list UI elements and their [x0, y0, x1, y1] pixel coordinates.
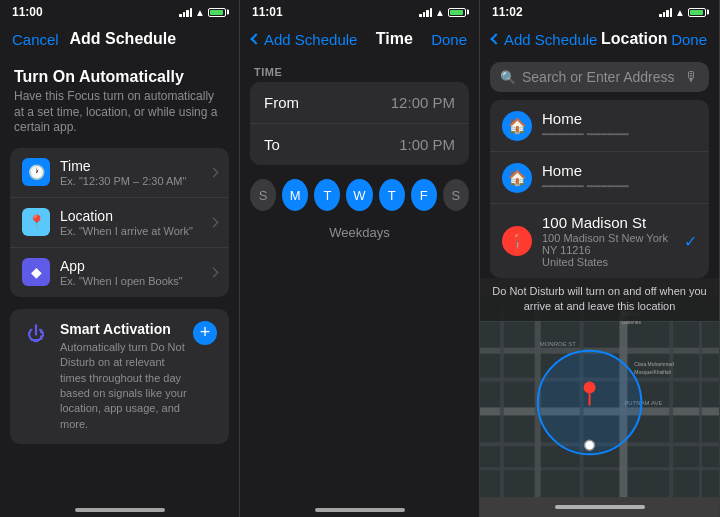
time-to-row[interactable]: To 1:00 PM	[250, 124, 469, 165]
schedule-type-list: 🕐 Time Ex. "12:30 PM – 2:30 AM" 📍 Locati…	[10, 148, 229, 297]
svg-text:Clara Muhammad: Clara Muhammad	[634, 362, 674, 367]
done-button-2[interactable]: Done	[431, 31, 467, 48]
auto-subtitle: Have this Focus turn on automatically at…	[14, 89, 225, 136]
time-from-row[interactable]: From 12:00 PM	[250, 82, 469, 124]
panel-time: 11:01 ▲ Add Schedule Time Done TIME	[240, 0, 480, 517]
smart-activation-card: ⏻ Smart Activation Automatically turn Do…	[10, 309, 229, 444]
done-button-3[interactable]: Done	[671, 31, 707, 48]
location-item-madison[interactable]: 📍 100 Madison St 100 Madison St New York…	[490, 204, 709, 278]
from-value: 12:00 PM	[391, 94, 455, 111]
svg-rect-12	[699, 298, 702, 497]
menu-item-app[interactable]: ◆ App Ex. "When I open Books"	[10, 248, 229, 297]
days-selector: S M T W T F S	[240, 165, 479, 225]
location-item-home-2[interactable]: 🏠 Home ━━━━━━ ━━━━━━	[490, 152, 709, 204]
chevron-right-icon	[209, 167, 219, 177]
wifi-icon-1: ▲	[195, 7, 205, 18]
to-value: 1:00 PM	[399, 136, 455, 153]
cancel-button[interactable]: Cancel	[12, 31, 59, 48]
search-input[interactable]: Search or Enter Address	[522, 69, 679, 85]
location-addr-1: ━━━━━━ ━━━━━━	[542, 128, 697, 141]
day-friday[interactable]: F	[411, 179, 437, 211]
chevron-left-icon-3	[490, 33, 501, 44]
search-icon: 🔍	[500, 70, 516, 85]
signal-icon-1	[179, 7, 192, 17]
app-menu-icon: ◆	[22, 258, 50, 286]
location-name-3: 100 Madison St	[542, 214, 684, 231]
battery-icon-3	[688, 8, 707, 17]
panel-add-schedule: 11:00 ▲ Cancel Add Schedule Turn On Auto…	[0, 0, 240, 517]
time-section-label: TIME	[240, 58, 479, 82]
chevron-right-icon-2	[209, 217, 219, 227]
nav-title-1: Add Schedule	[70, 30, 177, 48]
time-menu-sub: Ex. "12:30 PM – 2:30 AM"	[60, 175, 210, 187]
svg-rect-7	[500, 298, 504, 497]
svg-point-20	[584, 382, 596, 394]
panel-location: 11:02 ▲ Add Schedule Location Done �	[480, 0, 720, 517]
location-menu-label: Location	[60, 208, 210, 224]
location-menu-sub: Ex. "When I arrive at Work"	[60, 225, 210, 237]
back-button-3[interactable]: Add Schedule	[492, 31, 597, 48]
location-addr-3: 100 Madison St New York NY 11216United S…	[542, 232, 684, 268]
location-name-2: Home	[542, 162, 697, 179]
location-menu-icon: 📍	[22, 208, 50, 236]
svg-text:Mosque/Khalifah: Mosque/Khalifah	[634, 370, 671, 375]
nav-bar-3: Add Schedule Location Done	[480, 22, 719, 58]
status-time-2: 11:01	[252, 5, 283, 19]
back-button-2[interactable]: Add Schedule	[252, 31, 357, 48]
status-bar-2: 11:01 ▲	[240, 0, 479, 22]
map-notice-text: Do Not Disturb will turn on and off when…	[480, 278, 719, 321]
status-time-1: 11:00	[12, 5, 43, 19]
status-bar-3: 11:02 ▲	[480, 0, 719, 22]
smart-add-button[interactable]: +	[193, 321, 217, 345]
time-menu-label: Time	[60, 158, 210, 174]
menu-item-time[interactable]: 🕐 Time Ex. "12:30 PM – 2:30 AM"	[10, 148, 229, 198]
location-list: 🏠 Home ━━━━━━ ━━━━━━ 🏠 Home ━━━━━━ ━━━━━…	[490, 100, 709, 278]
from-label: From	[264, 94, 299, 111]
chevron-left-icon-2	[250, 33, 261, 44]
home-icon-1: 🏠	[502, 111, 532, 141]
back-label-2: Add Schedule	[264, 31, 357, 48]
day-tuesday[interactable]: T	[314, 179, 340, 211]
nav-title-3: Location	[601, 30, 668, 48]
smart-title: Smart Activation	[60, 321, 193, 337]
back-label-3: Add Schedule	[504, 31, 597, 48]
status-bar-1: 11:00 ▲	[0, 0, 239, 22]
day-thursday[interactable]: T	[379, 179, 405, 211]
day-wednesday[interactable]: W	[346, 179, 372, 211]
location-item-home-1[interactable]: 🏠 Home ━━━━━━ ━━━━━━	[490, 100, 709, 152]
day-saturday[interactable]: S	[443, 179, 469, 211]
to-label: To	[264, 136, 280, 153]
auto-title: Turn On Automatically	[14, 68, 225, 86]
day-monday[interactable]: M	[282, 179, 308, 211]
app-menu-label: App	[60, 258, 210, 274]
day-sunday[interactable]: S	[250, 179, 276, 211]
home-indicator-1	[75, 508, 165, 512]
time-menu-icon: 🕐	[22, 158, 50, 186]
time-table: From 12:00 PM To 1:00 PM	[250, 82, 469, 165]
nav-bar-1: Cancel Add Schedule	[0, 22, 239, 58]
smart-desc: Automatically turn Do Not Disturb on at …	[60, 340, 193, 432]
wifi-icon-2: ▲	[435, 7, 445, 18]
location-search-bar[interactable]: 🔍 Search or Enter Address 🎙	[490, 62, 709, 92]
nav-bar-2: Add Schedule Time Done	[240, 22, 479, 58]
location-map[interactable]: Do Not Disturb will turn on and off when…	[480, 278, 719, 517]
home-icon-2: 🏠	[502, 163, 532, 193]
location-selected-check: ✓	[684, 232, 697, 251]
battery-icon-2	[448, 8, 467, 17]
home-indicator-3	[555, 505, 645, 509]
status-time-3: 11:02	[492, 5, 523, 19]
svg-point-22	[585, 440, 595, 450]
chevron-right-icon-3	[209, 267, 219, 277]
status-icons-2: ▲	[419, 7, 467, 18]
app-menu-sub: Ex. "When I open Books"	[60, 275, 210, 287]
svg-text:MONROE ST: MONROE ST	[540, 341, 576, 347]
wifi-icon-3: ▲	[675, 7, 685, 18]
menu-item-location[interactable]: 📍 Location Ex. "When I arrive at Work"	[10, 198, 229, 248]
status-icons-3: ▲	[659, 7, 707, 18]
location-name-1: Home	[542, 110, 697, 127]
mic-icon[interactable]: 🎙	[685, 69, 699, 85]
auto-section-header: Turn On Automatically Have this Focus tu…	[0, 58, 239, 142]
weekdays-label: Weekdays	[240, 225, 479, 248]
location-addr-2: ━━━━━━ ━━━━━━	[542, 180, 697, 193]
battery-icon-1	[208, 8, 227, 17]
